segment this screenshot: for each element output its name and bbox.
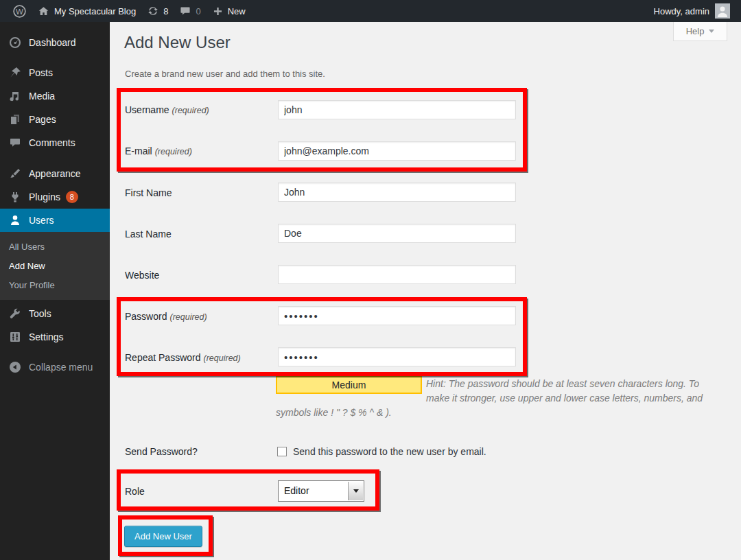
sidebar-item-label: Pages (29, 114, 56, 125)
required-note: (required) (155, 147, 192, 156)
send-password-checkbox[interactable] (277, 447, 287, 456)
last-name-input[interactable] (278, 224, 516, 243)
label-text: Username (125, 104, 169, 115)
sidebar-item-pages[interactable]: Pages (0, 108, 110, 131)
settings-sliders-icon (8, 330, 22, 344)
label-text: Role (125, 486, 145, 497)
last-name-label: Last Name (125, 229, 172, 240)
sidebar-item-label: Dashboard (29, 37, 76, 48)
password-label: Password(required) (125, 311, 207, 322)
sidebar-item-posts[interactable]: Posts (0, 61, 110, 84)
label-text: Website (125, 270, 159, 281)
pushpin-icon (8, 66, 22, 80)
site-name-label: My Spectacular Blog (54, 6, 136, 16)
send-password-label: Send Password? (125, 446, 198, 457)
role-select[interactable]: Editor (278, 480, 364, 502)
sidebar-item-label: Posts (29, 67, 53, 78)
comments-icon (8, 136, 22, 150)
username-label: Username(required) (125, 104, 209, 115)
password-hint-line: symbols like ! " ? $ % ^ & ). (276, 407, 392, 418)
sidebar-item-dashboard[interactable]: Dashboard (0, 31, 110, 54)
submenu-item-all-users[interactable]: All Users (0, 237, 110, 256)
password-input[interactable] (278, 306, 516, 325)
chevron-down-icon (709, 30, 714, 36)
chevron-down-icon (353, 489, 359, 495)
password-strength-meter: Medium (276, 376, 422, 394)
username-input[interactable] (278, 100, 516, 119)
main-content: Help Add New User Create a brand new use… (110, 22, 741, 560)
my-account-menu[interactable]: Howdy, admin (648, 0, 736, 22)
update-count: 8 (163, 6, 168, 16)
paintbrush-icon (8, 167, 22, 180)
sidebar-item-settings[interactable]: Settings (0, 325, 110, 349)
avatar (715, 3, 730, 19)
required-note: (required) (204, 353, 241, 363)
website-input[interactable] (278, 265, 516, 284)
send-password-checkbox-label: Send this password to the new user by em… (293, 446, 486, 457)
plugins-update-badge: 8 (66, 191, 78, 203)
comments-menu[interactable]: 0 (174, 0, 206, 22)
password-hint-line: make it stronger, use upper and lower ca… (426, 393, 703, 404)
home-icon (38, 5, 49, 17)
first-name-label: First Name (125, 187, 172, 198)
submenu-item-label: Add New (9, 261, 45, 271)
repeat-password-label: Repeat Password(required) (125, 352, 241, 363)
admin-bar-left: W My Spectacular Blog 8 0 (0, 0, 251, 22)
repeat-password-input[interactable] (278, 347, 516, 366)
dashboard-icon (8, 36, 22, 49)
sidebar-item-media[interactable]: Media (0, 84, 110, 108)
sidebar-item-tools[interactable]: Tools (0, 302, 110, 325)
label-text: Send Password? (125, 446, 198, 457)
sidebar-item-label: Appearance (29, 168, 81, 179)
site-name-menu[interactable]: My Spectacular Blog (32, 0, 141, 22)
add-new-user-button[interactable]: Add New User (124, 526, 202, 547)
select-dropdown-button[interactable] (348, 482, 363, 500)
submenu-item-label: Your Profile (9, 280, 55, 290)
plugin-icon (8, 190, 22, 204)
plus-icon (212, 5, 224, 17)
email-field[interactable] (278, 141, 516, 161)
password-hint-line: Hint: The password should be at least se… (426, 378, 699, 389)
email-label: E-mail(required) (125, 145, 192, 156)
sidebar-item-appearance[interactable]: Appearance (0, 162, 110, 185)
page-title: Add New User (124, 33, 231, 52)
svg-text:W: W (16, 7, 23, 15)
sidebar-item-label: Tools (29, 308, 51, 319)
role-selected-value: Editor (284, 485, 309, 496)
sidebar-item-label: Media (29, 91, 55, 102)
help-label: Help (686, 26, 705, 36)
sidebar-item-label: Collapse menu (29, 362, 93, 373)
label-text: Password (125, 311, 167, 322)
wrench-icon (8, 307, 22, 320)
user-icon (8, 213, 22, 227)
admin-bar: W My Spectacular Blog 8 0 (0, 0, 741, 22)
greeting-label: Howdy, admin (654, 6, 709, 16)
label-text: Last Name (125, 229, 172, 240)
collapse-menu-button[interactable]: Collapse menu (0, 355, 110, 379)
admin-bar-right: Howdy, admin (648, 0, 741, 22)
sidebar-item-comments[interactable]: Comments (0, 131, 110, 154)
wordpress-logo-menu[interactable]: W (7, 0, 32, 22)
new-label: New (228, 6, 246, 16)
sidebar-item-label: Users (29, 215, 54, 226)
admin-sidebar: Dashboard Posts Media Pages Comments App… (0, 22, 110, 560)
required-note: (required) (169, 312, 207, 322)
wordpress-admin-page: W My Spectacular Blog 8 0 (0, 0, 741, 560)
sidebar-item-users[interactable]: Users (0, 209, 110, 232)
updates-menu[interactable]: 8 (141, 0, 174, 22)
submenu-item-your-profile[interactable]: Your Profile (0, 275, 110, 294)
first-name-input[interactable] (278, 183, 516, 202)
new-content-menu[interactable]: New (207, 0, 251, 22)
pages-icon (8, 113, 22, 126)
sidebar-item-plugins[interactable]: Plugins 8 (0, 185, 110, 209)
submenu-item-label: All Users (9, 242, 45, 252)
required-note: (required) (172, 106, 209, 115)
submenu-item-add-new[interactable]: Add New (0, 256, 110, 275)
label-text: E-mail (125, 145, 152, 156)
updates-icon (147, 5, 159, 17)
help-button[interactable]: Help (673, 22, 727, 41)
page-description: Create a brand new user and add them to … (125, 69, 325, 79)
sidebar-item-label: Settings (29, 331, 64, 342)
media-icon (8, 89, 22, 103)
collapse-arrow-icon (8, 360, 22, 374)
